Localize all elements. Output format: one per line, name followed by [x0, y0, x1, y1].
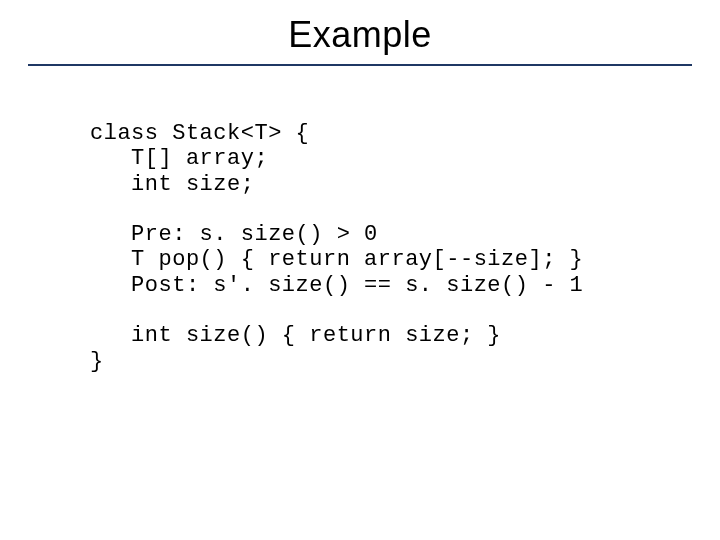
code-line: Post: s'. size() == s. size() - 1 — [90, 273, 583, 298]
code-line: int size; — [90, 172, 254, 197]
code-line: Pre: s. size() > 0 — [90, 222, 378, 247]
code-line: T[] array; — [90, 146, 268, 171]
slide-title: Example — [0, 0, 720, 64]
code-block: class Stack<T> { T[] array; int size; Pr… — [90, 121, 720, 374]
code-line: T pop() { return array[--size]; } — [90, 247, 583, 272]
slide: Example class Stack<T> { T[] array; int … — [0, 0, 720, 540]
code-line: int size() { return size; } — [90, 323, 501, 348]
title-underline — [28, 64, 692, 66]
code-line: } — [90, 349, 104, 374]
code-line: class Stack<T> { — [90, 121, 309, 146]
